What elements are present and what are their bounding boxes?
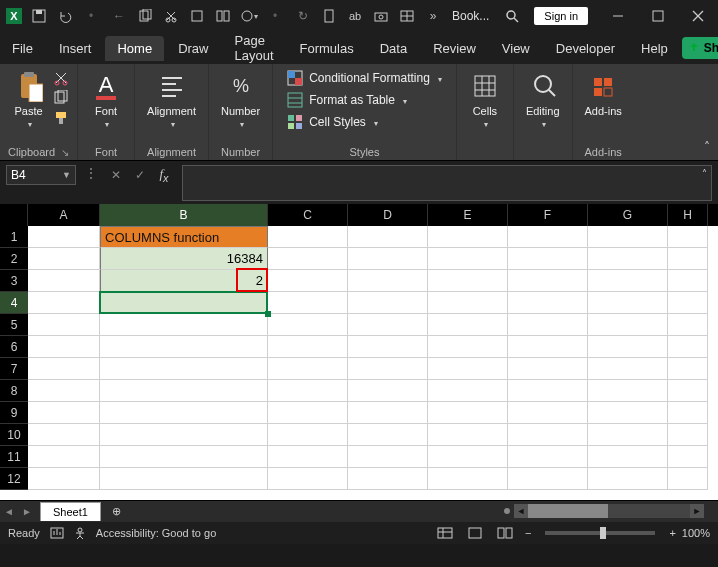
format-painter-button[interactable] (53, 110, 69, 126)
cell[interactable] (668, 402, 708, 424)
paste-button[interactable]: Paste (9, 68, 49, 133)
tab-view[interactable]: View (490, 36, 542, 61)
tab-formulas[interactable]: Formulas (288, 36, 366, 61)
select-all-triangle[interactable] (0, 204, 28, 226)
zoom-slider[interactable] (545, 531, 655, 535)
cell[interactable] (668, 292, 708, 314)
cell[interactable] (268, 248, 348, 270)
row-header[interactable]: 7 (0, 358, 28, 380)
cell[interactable] (588, 270, 668, 292)
fx-icon[interactable]: fx (154, 165, 174, 185)
column-header[interactable]: H (668, 204, 708, 226)
cell[interactable] (508, 292, 588, 314)
back-icon[interactable]: ← (110, 7, 128, 25)
cell[interactable] (100, 292, 268, 314)
sheet-tab-active[interactable]: Sheet1 (40, 502, 101, 521)
sheet-nav-next-icon[interactable]: ► (18, 506, 36, 517)
cell[interactable] (668, 270, 708, 292)
column-header[interactable]: A (28, 204, 100, 226)
cell[interactable] (268, 424, 348, 446)
cell[interactable] (348, 424, 428, 446)
close-button[interactable] (678, 0, 718, 32)
column-header[interactable]: G (588, 204, 668, 226)
cell[interactable] (588, 248, 668, 270)
cell[interactable] (588, 292, 668, 314)
copy-button[interactable] (53, 90, 69, 106)
cell[interactable] (268, 468, 348, 490)
cell[interactable]: 16384 (100, 248, 268, 270)
enter-formula-icon[interactable]: ✓ (130, 165, 150, 185)
cell[interactable] (100, 380, 268, 402)
cell[interactable] (100, 468, 268, 490)
share-button[interactable]: Share (682, 37, 718, 59)
cell[interactable] (100, 336, 268, 358)
cell[interactable] (28, 314, 100, 336)
tab-page-layout[interactable]: Page Layout (223, 28, 286, 68)
horizontal-scrollbar[interactable]: ◄ ► (504, 504, 704, 518)
qat-btn-2-icon[interactable] (214, 7, 232, 25)
tab-review[interactable]: Review (421, 36, 488, 61)
cell[interactable] (28, 358, 100, 380)
cell[interactable] (668, 380, 708, 402)
cell[interactable] (428, 468, 508, 490)
cell[interactable] (428, 292, 508, 314)
tab-developer[interactable]: Developer (544, 36, 627, 61)
cell[interactable] (28, 424, 100, 446)
conditional-formatting-button[interactable]: Conditional Formatting (281, 68, 448, 88)
column-header[interactable]: E (428, 204, 508, 226)
tab-data[interactable]: Data (368, 36, 419, 61)
cell[interactable] (668, 358, 708, 380)
cell[interactable] (508, 358, 588, 380)
tab-help[interactable]: Help (629, 36, 680, 61)
scroll-thumb[interactable] (528, 504, 608, 518)
cell[interactable] (588, 424, 668, 446)
cell[interactable] (508, 424, 588, 446)
undo-icon[interactable] (56, 7, 74, 25)
cell[interactable] (508, 270, 588, 292)
page-layout-view-icon[interactable] (465, 526, 485, 540)
cell[interactable] (348, 468, 428, 490)
cell[interactable] (28, 380, 100, 402)
sign-in-button[interactable]: Sign in (534, 7, 588, 25)
camera-icon[interactable] (372, 7, 390, 25)
cells-button[interactable]: Cells (465, 68, 505, 133)
cell[interactable] (428, 446, 508, 468)
new-file-icon[interactable] (320, 7, 338, 25)
cell[interactable] (428, 380, 508, 402)
cell[interactable] (28, 292, 100, 314)
cell[interactable] (508, 226, 588, 248)
zoom-out-button[interactable]: − (525, 527, 531, 539)
zoom-level[interactable]: 100% (682, 527, 710, 539)
row-header[interactable]: 10 (0, 424, 28, 446)
cell[interactable] (508, 402, 588, 424)
cell[interactable] (348, 336, 428, 358)
strike-icon[interactable]: ab (346, 7, 364, 25)
cell[interactable] (348, 402, 428, 424)
qat-overflow-icon[interactable]: » (424, 7, 442, 25)
cell[interactable] (588, 468, 668, 490)
cell[interactable] (428, 248, 508, 270)
page-break-view-icon[interactable] (495, 526, 515, 540)
tab-home[interactable]: Home (105, 36, 164, 61)
row-header[interactable]: 11 (0, 446, 28, 468)
number-button[interactable]: % Number (217, 68, 264, 133)
cell[interactable] (588, 336, 668, 358)
row-header[interactable]: 4 (0, 292, 28, 314)
cell[interactable] (668, 446, 708, 468)
spreadsheet-grid[interactable]: ABCDEFGH 123456789101112 COLUMNS functio… (0, 204, 718, 500)
sheet-nav-prev-icon[interactable]: ◄ (0, 506, 18, 517)
cell[interactable] (428, 336, 508, 358)
cell[interactable] (268, 270, 348, 292)
cell[interactable] (268, 314, 348, 336)
document-title[interactable]: Book... (452, 9, 489, 23)
cell[interactable] (508, 336, 588, 358)
formula-input[interactable]: ˄ (182, 165, 712, 201)
cell[interactable] (668, 226, 708, 248)
cell[interactable] (428, 226, 508, 248)
cell[interactable] (348, 270, 428, 292)
accessibility-icon[interactable] (74, 527, 86, 539)
cell[interactable] (348, 314, 428, 336)
cell[interactable] (28, 468, 100, 490)
cell-styles-button[interactable]: Cell Styles (281, 112, 448, 132)
cell[interactable] (588, 402, 668, 424)
